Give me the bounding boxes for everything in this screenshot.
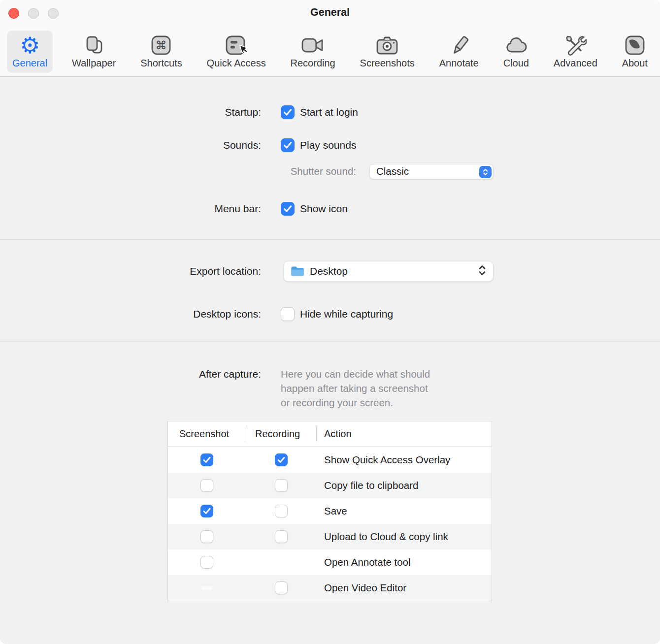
- screenshot-checkbox[interactable]: [200, 479, 213, 492]
- screenshot-checkbox[interactable]: [200, 505, 213, 517]
- after-capture-label: After capture:: [0, 367, 261, 381]
- table-row: Save: [168, 498, 492, 524]
- start-at-login-option[interactable]: Start at login: [281, 105, 358, 119]
- export-location-label: Export location:: [0, 261, 261, 282]
- tab-screenshots[interactable]: Screenshots: [355, 31, 420, 73]
- wallpaper-icon: [83, 33, 105, 57]
- disabled-placeholder: [201, 586, 212, 590]
- shutter-sound-value: Classic: [376, 165, 409, 177]
- startup-label: Startup:: [0, 102, 261, 122]
- action-label: Save: [317, 498, 492, 524]
- screenshot-checkbox[interactable]: [200, 556, 213, 569]
- show-icon-checkbox[interactable]: [281, 202, 295, 216]
- titlebar: General: [0, 0, 660, 28]
- tab-label: Cloud: [503, 58, 529, 69]
- svg-text:⌘: ⌘: [156, 39, 167, 52]
- sounds-row: Sounds: Play sounds: [0, 135, 660, 155]
- startup-row: Startup: Start at login: [0, 102, 660, 122]
- preferences-window: General ⚙GeneralWallpaper⌘ShortcutsQuick…: [0, 0, 660, 644]
- action-label: Upload to Cloud & copy link: [317, 524, 492, 549]
- table-header-row: ScreenshotRecordingAction: [168, 421, 492, 447]
- tab-label: Quick Access: [207, 58, 266, 69]
- section-divider: [0, 341, 660, 342]
- shutter-sound-label: Shutter sound:: [0, 161, 356, 181]
- tab-label: Advanced: [554, 58, 597, 69]
- recording-checkbox[interactable]: [275, 453, 288, 466]
- app-logo-icon: [624, 33, 646, 57]
- preferences-toolbar: ⚙GeneralWallpaper⌘ShortcutsQuick AccessR…: [0, 28, 660, 77]
- table-row: Open Annotate tool: [168, 549, 492, 575]
- desktop-icons-label: Desktop icons:: [0, 304, 261, 324]
- table-row: Upload to Cloud & copy link: [168, 524, 492, 549]
- cloud-icon: [505, 33, 527, 57]
- video-camera-icon: [301, 33, 324, 57]
- play-sounds-label: Play sounds: [300, 139, 356, 151]
- tab-general[interactable]: ⚙General: [7, 31, 53, 73]
- recording-checkbox[interactable]: [275, 581, 288, 594]
- start-at-login-checkbox[interactable]: [281, 105, 295, 119]
- tab-label: About: [622, 58, 648, 69]
- tab-label: Shortcuts: [140, 58, 182, 69]
- tab-quick-access[interactable]: Quick Access: [201, 31, 271, 73]
- table-row: Show Quick Access Overlay: [168, 447, 492, 473]
- after-capture-description: Here you can decide what should happen a…: [281, 367, 468, 410]
- section-divider: [0, 239, 660, 240]
- export-location-row: Export location: Desktop: [0, 261, 660, 282]
- action-label: Copy file to clipboard: [317, 473, 492, 498]
- tab-label: Screenshots: [360, 58, 415, 69]
- export-location-select[interactable]: Desktop: [283, 261, 494, 282]
- tab-wallpaper[interactable]: Wallpaper: [66, 31, 121, 73]
- play-sounds-checkbox[interactable]: [281, 138, 295, 152]
- column-header-screenshot: Screenshot: [168, 421, 245, 447]
- tab-shortcuts[interactable]: ⌘Shortcuts: [135, 31, 187, 73]
- after-capture-table: ScreenshotRecordingActionShow Quick Acce…: [167, 421, 492, 601]
- tab-label: Annotate: [439, 58, 479, 69]
- gear-icon: ⚙: [20, 33, 40, 57]
- marker-pen-icon: [448, 33, 470, 57]
- column-header-action: Action: [317, 421, 492, 447]
- shutter-sound-select[interactable]: Classic: [369, 164, 494, 179]
- tab-annotate[interactable]: Annotate: [434, 31, 484, 73]
- recording-checkbox[interactable]: [275, 505, 288, 517]
- action-label: Open Annotate tool: [317, 549, 492, 575]
- show-icon-label: Show icon: [300, 203, 348, 215]
- show-icon-option[interactable]: Show icon: [281, 202, 348, 216]
- screenshot-checkbox[interactable]: [200, 453, 213, 466]
- window-title: General: [0, 6, 660, 19]
- hide-while-capturing-checkbox[interactable]: [281, 307, 295, 321]
- popup-stepper-icon: [479, 166, 492, 178]
- tab-recording[interactable]: Recording: [285, 31, 341, 73]
- shutter-sound-row: Shutter sound: Classic: [0, 161, 660, 181]
- sounds-label: Sounds:: [0, 135, 261, 155]
- action-label: Show Quick Access Overlay: [317, 447, 492, 473]
- tab-cloud[interactable]: Cloud: [498, 31, 534, 73]
- menu-bar-row: Menu bar: Show icon: [0, 199, 660, 219]
- tab-label: General: [12, 58, 47, 69]
- action-label: Open Video Editor: [317, 575, 492, 601]
- start-at-login-label: Start at login: [300, 106, 358, 118]
- desktop-icons-row: Desktop icons: Hide while capturing: [0, 304, 660, 324]
- screenshot-checkbox[interactable]: [200, 530, 213, 543]
- tab-label: Recording: [291, 58, 335, 69]
- camera-icon: [376, 33, 398, 57]
- tools-icon: [564, 33, 587, 57]
- folder-icon: [291, 266, 304, 277]
- hide-while-capturing-label: Hide while capturing: [300, 308, 393, 320]
- tab-about[interactable]: About: [617, 31, 653, 73]
- tab-label: Wallpaper: [72, 58, 116, 69]
- table-row: Copy file to clipboard: [168, 473, 492, 498]
- hide-while-capturing-option[interactable]: Hide while capturing: [281, 307, 393, 321]
- export-location-value: Desktop: [310, 265, 348, 277]
- chevrons-up-down-icon: [477, 264, 487, 279]
- quick-access-cursor-icon: [225, 33, 248, 57]
- recording-checkbox[interactable]: [275, 530, 288, 543]
- play-sounds-option[interactable]: Play sounds: [281, 138, 356, 152]
- command-key-icon: ⌘: [150, 33, 172, 57]
- tab-advanced[interactable]: Advanced: [548, 31, 603, 73]
- table-row: Open Video Editor: [168, 575, 492, 601]
- recording-checkbox[interactable]: [275, 479, 288, 492]
- menu-bar-label: Menu bar:: [0, 199, 261, 219]
- column-header-recording: Recording: [245, 421, 317, 447]
